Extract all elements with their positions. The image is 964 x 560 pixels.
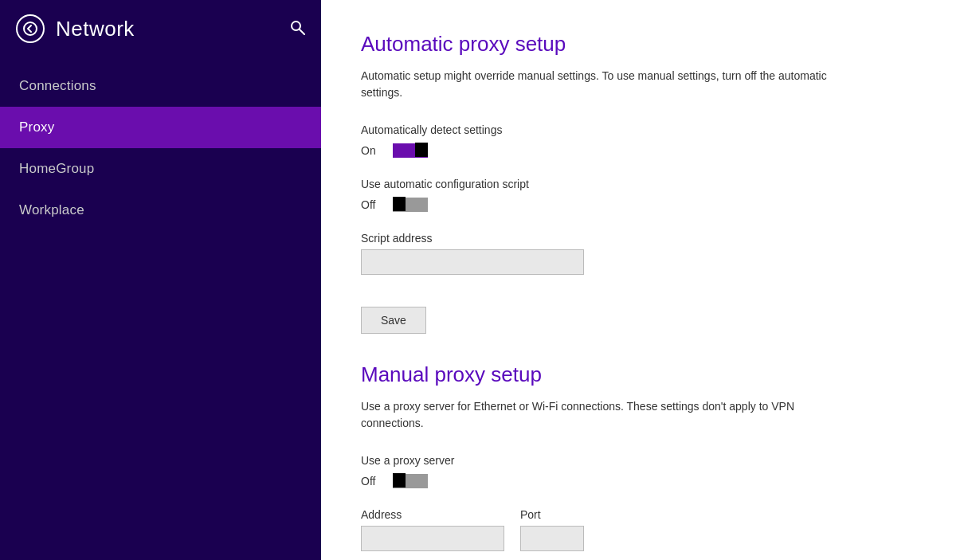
port-field-group: Port — [520, 508, 584, 551]
script-address-label: Script address — [361, 232, 924, 245]
auto-detect-setting: Automatically detect settings On — [361, 123, 924, 159]
automatic-proxy-description: Automatic setup might override manual se… — [361, 68, 855, 101]
sidebar-item-workplace[interactable]: Workplace — [0, 190, 321, 231]
auto-detect-thumb — [415, 143, 428, 157]
sidebar-header: Network — [0, 0, 321, 57]
auto-detect-toggle-row: On — [361, 143, 924, 159]
script-address-setting: Script address — [361, 232, 924, 275]
manual-proxy-title: Manual proxy setup — [361, 362, 924, 387]
sidebar: Network Connections Proxy HomeGroup Work… — [0, 0, 321, 560]
auto-detect-toggle[interactable] — [393, 143, 428, 159]
back-button[interactable] — [16, 14, 45, 43]
auto-config-toggle[interactable] — [393, 197, 428, 213]
address-input[interactable] — [361, 526, 504, 551]
auto-config-thumb — [393, 197, 406, 211]
automatic-proxy-title: Automatic proxy setup — [361, 32, 924, 57]
sidebar-nav: Connections Proxy HomeGroup Workplace — [0, 65, 321, 231]
use-proxy-toggle[interactable] — [393, 473, 428, 489]
sidebar-item-homegroup[interactable]: HomeGroup — [0, 148, 321, 190]
auto-config-script-label: Use automatic configuration script — [361, 178, 924, 190]
svg-point-0 — [24, 22, 37, 35]
auto-config-state: Off — [361, 198, 383, 211]
automatic-proxy-section: Automatic proxy setup Automatic setup mi… — [361, 32, 924, 334]
address-label: Address — [361, 508, 504, 521]
sidebar-item-connections[interactable]: Connections — [0, 65, 321, 107]
port-input[interactable] — [520, 526, 584, 551]
auto-detect-state: On — [361, 144, 383, 157]
search-button[interactable] — [289, 19, 305, 39]
manual-proxy-description: Use a proxy server for Ethernet or Wi-Fi… — [361, 398, 855, 432]
main-content: Automatic proxy setup Automatic setup mi… — [321, 0, 964, 560]
port-label: Port — [520, 508, 584, 521]
address-field-group: Address — [361, 508, 504, 551]
address-port-row: Address Port — [361, 508, 924, 551]
use-proxy-toggle-row: Off — [361, 473, 924, 489]
svg-line-2 — [300, 29, 304, 34]
save-button[interactable]: Save — [361, 307, 426, 334]
sidebar-item-proxy[interactable]: Proxy — [0, 107, 321, 148]
manual-proxy-section: Manual proxy setup Use a proxy server fo… — [361, 362, 924, 551]
use-proxy-label: Use a proxy server — [361, 454, 924, 467]
auto-config-script-setting: Use automatic configuration script Off — [361, 178, 924, 213]
auto-detect-label: Automatically detect settings — [361, 123, 924, 136]
use-proxy-state: Off — [361, 475, 383, 488]
script-address-input[interactable] — [361, 249, 584, 275]
auto-config-toggle-row: Off — [361, 197, 924, 213]
use-proxy-setting: Use a proxy server Off — [361, 454, 924, 489]
sidebar-title: Network — [56, 17, 135, 41]
use-proxy-thumb — [393, 473, 406, 488]
